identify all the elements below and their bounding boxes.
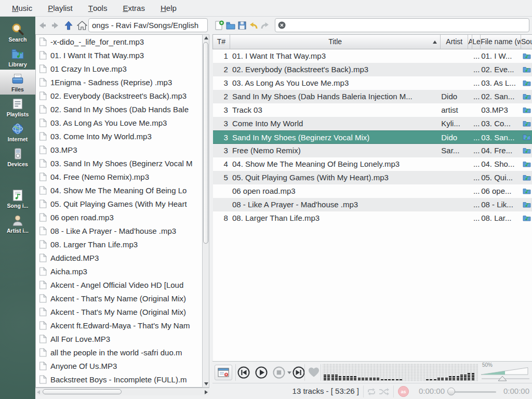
new-playlist-button[interactable] xyxy=(214,20,224,31)
save-playlist-button[interactable] xyxy=(237,20,247,31)
spectrum-analyzer[interactable] xyxy=(322,364,478,381)
volume-wedge[interactable] xyxy=(481,367,528,375)
playlist-row[interactable]: 303. As Long As You Love Me.mp3...03. As… xyxy=(213,76,532,90)
file-item[interactable]: All For Love.MP3 xyxy=(36,332,202,345)
playlist-row[interactable]: 202. Everybody (Backstreet's Back).mp3..… xyxy=(213,63,532,76)
scroll-right-icon[interactable] xyxy=(205,390,208,394)
file-item[interactable]: 1Enigma - Sadness (Reprise) .mp3 xyxy=(36,75,202,89)
file-list-horizontal-scrollbar[interactable] xyxy=(35,388,209,395)
file-item[interactable]: 06 open road.mp3 xyxy=(36,210,202,224)
file-item[interactable]: Backstreet Boys - Incomplete (FULL).m xyxy=(36,373,202,386)
playlist-row[interactable]: 3Free (Nemo Remix)Sar......04. Fre... xyxy=(213,144,532,157)
playlist-row[interactable]: 2Sand In My Shoes (Dab Hands Baleria Inj… xyxy=(213,90,532,103)
file-item[interactable]: 05. Quit Playing Games (With My Heart xyxy=(36,197,202,210)
scrobble-toggle-button[interactable]: as xyxy=(398,386,409,397)
scroll-left-icon[interactable] xyxy=(37,390,40,394)
file-item[interactable]: all the people in the world -safri duo.m xyxy=(36,345,202,359)
file-list-vertical-scrollbar[interactable] xyxy=(202,34,209,388)
playlist-row[interactable]: 505. Quit Playing Games (With My Heart).… xyxy=(213,171,532,184)
menu-tools[interactable]: Tools xyxy=(81,0,115,16)
track-filename: 04. Sho... xyxy=(481,157,521,171)
volume-control[interactable]: 50% xyxy=(481,362,530,383)
column-header-length[interactable]: Length xyxy=(472,35,481,49)
horizontal-scroll-thumb[interactable] xyxy=(43,389,122,394)
sidebar-item-artisti[interactable]: Artist i... xyxy=(0,211,35,236)
file-item[interactable]: 01. I Want It That Way.mp3 xyxy=(36,48,202,62)
back-button[interactable] xyxy=(37,20,48,31)
stop-button[interactable] xyxy=(272,366,286,379)
redo-button[interactable] xyxy=(260,20,270,31)
column-header-file[interactable]: File name (without path) xyxy=(481,35,521,49)
menu-help[interactable]: Help xyxy=(153,0,184,16)
file-item[interactable]: 03. Come Into My World.mp3 xyxy=(36,129,202,143)
scroll-up-icon[interactable] xyxy=(204,36,208,39)
playlist-row[interactable]: 101. I Want It That Way.mp3...01. I W... xyxy=(213,49,532,63)
playlist-row[interactable]: 404. Show Me The Meaning Of Being Lonely… xyxy=(213,157,532,171)
love-track-button[interactable] xyxy=(308,366,320,378)
seek-slider-handle[interactable] xyxy=(447,388,455,395)
file-item[interactable]: 03.MP3 xyxy=(36,143,202,156)
sidebar-item-playlists[interactable]: Playlists xyxy=(0,95,35,119)
next-track-button[interactable] xyxy=(292,366,305,379)
sidebar-item-devices[interactable]: Devices xyxy=(0,144,35,169)
file-item[interactable]: 01 Crazy In Love.mp3 xyxy=(36,62,202,75)
file-item[interactable]: Aicha.mp3 xyxy=(36,264,202,278)
file-item[interactable]: Akcent - Angel Official Video HD [Loud xyxy=(36,278,202,291)
play-button[interactable] xyxy=(255,366,268,379)
previous-track-button[interactable] xyxy=(237,366,250,379)
track-artist xyxy=(441,184,468,198)
file-item[interactable]: 02. Sand In My Shoes (Dab Hands Bale xyxy=(36,102,202,116)
playlist-options-button[interactable] xyxy=(215,365,232,380)
stop-options-caret-icon[interactable] xyxy=(287,371,291,374)
file-item[interactable]: Akcent - That's My Name (Original Mix) xyxy=(36,291,202,305)
menu-extras[interactable]: Extras xyxy=(115,0,153,16)
source-library-icon xyxy=(523,158,531,171)
playlist-row[interactable]: 3Come Into My WorldKyli......03. Co... xyxy=(213,117,532,130)
repeat-button[interactable] xyxy=(366,388,377,396)
file-icon xyxy=(39,362,47,370)
menu-music[interactable]: Music xyxy=(4,0,40,16)
column-header-t#[interactable]: T# xyxy=(213,35,230,49)
menu-playlist[interactable]: Playlist xyxy=(40,0,81,16)
load-playlist-button[interactable] xyxy=(225,20,236,31)
playlist-row[interactable]: 08 - Like A Prayer - Mad'house .mp3...08… xyxy=(213,198,532,211)
column-header-artist[interactable]: Artist xyxy=(441,35,468,49)
sidebar-item-search[interactable]: Search xyxy=(0,20,35,45)
file-item[interactable]: Addicted.MP3 xyxy=(36,251,202,264)
playlist-row[interactable]: 3Track 03artist03.MP3 xyxy=(213,103,532,117)
file-item[interactable]: 08. Larger Than Life.mp3 xyxy=(36,237,202,251)
path-input[interactable] xyxy=(88,18,208,32)
sidebar-item-library[interactable]: Library xyxy=(0,45,35,70)
column-header-title[interactable]: Title xyxy=(230,35,441,49)
column-header-album[interactable]: Album xyxy=(468,35,472,49)
file-item[interactable]: -x-dido_-_life_for_rent.mp3 xyxy=(36,35,202,48)
playlist-filter-input[interactable] xyxy=(286,19,529,31)
column-header-source[interactable]: Source xyxy=(521,35,532,49)
sidebar-item-files[interactable]: Files xyxy=(0,70,35,95)
sidebar-item-internet[interactable]: Internet xyxy=(0,119,35,144)
track-album xyxy=(468,198,472,211)
playlist-row[interactable]: 3Sand In My Shoes (Beginerz Vocal Mix)Di… xyxy=(213,130,532,144)
playlist-row[interactable]: 06 open road.mp3...06 ope... xyxy=(213,184,532,198)
file-item[interactable]: 08 - Like A Prayer - Mad'house .mp3 xyxy=(36,224,202,237)
file-item[interactable]: 04. Show Me The Meaning Of Being Lo xyxy=(36,183,202,197)
vertical-scroll-thumb[interactable] xyxy=(203,42,208,244)
file-item[interactable]: Anyone Of Us.MP3 xyxy=(36,359,202,373)
file-item[interactable]: 02. Everybody (Backstreet's Back).mp3 xyxy=(36,89,202,102)
seek-slider[interactable] xyxy=(451,391,496,393)
file-item[interactable]: Akcent - That's My Name (Original Mix) xyxy=(36,305,202,318)
file-item[interactable]: 03. Sand In My Shoes (Beginerz Vocal M xyxy=(36,156,202,170)
file-item[interactable]: Akcent ft.Edward-Maya - That's My Nam xyxy=(36,318,202,332)
undo-button[interactable] xyxy=(248,20,259,31)
home-button[interactable] xyxy=(77,20,87,31)
file-item[interactable]: 03. As Long As You Love Me.mp3 xyxy=(36,116,202,129)
sidebar-item-songi[interactable]: Song i... xyxy=(0,186,35,211)
shuffle-button[interactable] xyxy=(379,388,389,396)
scroll-down-icon[interactable] xyxy=(204,382,208,385)
up-button[interactable] xyxy=(63,20,74,31)
file-item[interactable]: 04. Free (Nemo Remix).mp3 xyxy=(36,170,202,183)
volume-slider[interactable] xyxy=(481,375,530,382)
clear-filter-icon[interactable] xyxy=(277,21,286,30)
forward-button[interactable] xyxy=(50,20,60,31)
playlist-row[interactable]: 808. Larger Than Life.mp3...08. Lar... xyxy=(213,211,532,225)
